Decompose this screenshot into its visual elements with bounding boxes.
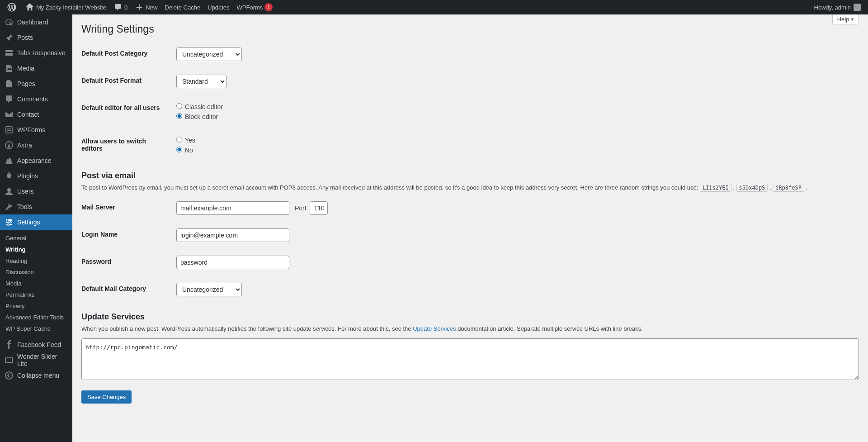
menu-tabs-responsive[interactable]: Tabs Responsive: [0, 45, 72, 61]
plus-icon: [135, 3, 144, 12]
port-input[interactable]: [310, 201, 328, 215]
menu-pages[interactable]: Pages: [0, 76, 72, 91]
label-allow-switch: Allow users to switch editors: [81, 128, 172, 162]
menu-facebook-feed[interactable]: Facebook Feed: [0, 337, 72, 352]
tools-icon: [5, 202, 14, 211]
menu-users-label: Users: [17, 188, 34, 195]
howdy-label: Howdy, admin: [814, 4, 851, 11]
menu-astra-label: Astra: [17, 142, 32, 149]
wpforms-link[interactable]: WPForms1: [233, 0, 277, 14]
comments-link[interactable]: 0: [110, 0, 131, 14]
label-default-post-format: Default Post Format: [81, 68, 172, 95]
menu-comments[interactable]: Comments: [0, 91, 72, 107]
svg-rect-2: [6, 127, 12, 133]
help-tab[interactable]: Help: [832, 14, 859, 24]
mail-server-input[interactable]: [176, 201, 289, 215]
radio-classic-editor-label[interactable]: Classic editor: [176, 102, 849, 112]
sub-wp-super-cache[interactable]: WP Super Cache: [0, 323, 72, 334]
label-default-editor: Default editor for all users: [81, 95, 172, 128]
radio-switch-no[interactable]: [176, 147, 182, 152]
comments-count: 0: [124, 4, 127, 11]
wp-logo[interactable]: [4, 0, 22, 14]
facebook-icon: [5, 340, 14, 349]
menu-appearance[interactable]: Appearance: [0, 153, 72, 168]
dashboard-icon: [5, 18, 14, 27]
menu-contact[interactable]: Contact: [0, 107, 72, 122]
radio-switch-yes-label[interactable]: Yes: [176, 135, 849, 145]
desc-update-services: When you publish a new post, WordPress a…: [81, 325, 859, 332]
radio-block-editor[interactable]: [176, 113, 182, 119]
svg-point-12: [7, 224, 9, 226]
home-icon: [25, 3, 34, 12]
menu-users[interactable]: Users: [0, 184, 72, 199]
ping-sites-textarea[interactable]: http://rpc.pingomatic.com/: [81, 338, 859, 380]
menu-collapse[interactable]: Collapse menu: [0, 368, 72, 383]
menu-posts-label: Posts: [17, 34, 33, 41]
menu-tools[interactable]: Tools: [0, 199, 72, 214]
menu-appearance-label: Appearance: [17, 157, 52, 164]
save-changes-button[interactable]: Save Changes: [81, 390, 132, 404]
updates-link[interactable]: Updates: [204, 0, 233, 14]
pin-icon: [5, 33, 14, 42]
svg-rect-0: [5, 50, 13, 52]
menu-dashboard[interactable]: Dashboard: [0, 14, 72, 30]
radio-switch-no-label[interactable]: No: [176, 145, 849, 155]
appearance-icon: [5, 156, 14, 165]
sub-discussion[interactable]: Discussion: [0, 266, 72, 278]
slider-icon: [5, 356, 14, 365]
delete-cache-link[interactable]: Delete Cache: [161, 0, 204, 14]
new-content-link[interactable]: New: [131, 0, 161, 14]
password-input[interactable]: [176, 256, 289, 269]
my-account-link[interactable]: Howdy, admin: [811, 0, 864, 14]
menu-tools-label: Tools: [17, 203, 32, 210]
astra-icon: [5, 141, 14, 150]
avatar-icon: [854, 4, 861, 11]
radio-classic-editor[interactable]: [176, 103, 182, 109]
menu-contact-label: Contact: [17, 111, 39, 118]
users-icon: [5, 187, 14, 196]
default-post-format-select[interactable]: Standard: [176, 75, 226, 88]
menu-collapse-label: Collapse menu: [17, 372, 59, 379]
menu-astra[interactable]: Astra: [0, 138, 72, 153]
sub-media[interactable]: Media: [0, 278, 72, 289]
collapse-icon: [5, 371, 14, 380]
menu-plugins-label: Plugins: [17, 172, 38, 180]
menu-posts[interactable]: Posts: [0, 30, 72, 45]
label-port: Port: [295, 204, 307, 212]
sub-permalinks[interactable]: Permalinks: [0, 289, 72, 300]
sub-privacy[interactable]: Privacy: [0, 300, 72, 312]
login-name-input[interactable]: [176, 228, 289, 242]
page-icon: [5, 79, 14, 88]
menu-media[interactable]: Media: [0, 61, 72, 76]
sub-general[interactable]: General: [0, 233, 72, 244]
label-default-post-category: Default Post Category: [81, 41, 172, 68]
menu-wpforms[interactable]: WPForms: [0, 122, 72, 138]
form-icon: [5, 125, 14, 134]
menu-pages-label: Pages: [17, 80, 35, 87]
mail-icon: [5, 110, 14, 119]
default-mail-category-select[interactable]: Uncategorized: [176, 283, 242, 296]
menu-settings[interactable]: Settings: [0, 214, 72, 230]
sub-writing[interactable]: Writing: [0, 244, 72, 255]
sub-reading[interactable]: Reading: [0, 255, 72, 266]
svg-point-14: [5, 372, 13, 379]
menu-settings-label: Settings: [17, 219, 40, 226]
wpforms-label: WPForms: [237, 4, 263, 11]
default-post-category-select[interactable]: Uncategorized: [176, 48, 242, 61]
menu-media-label: Media: [17, 65, 34, 72]
page-title: Writing Settings: [81, 19, 859, 37]
menu-wonder-slider[interactable]: Wonder Slider Lite: [0, 352, 72, 368]
site-name-link[interactable]: My Zacky Installer Website: [22, 0, 110, 14]
sub-adv-editor[interactable]: Advanced Editor Tools: [0, 312, 72, 323]
settings-submenu: General Writing Reading Discussion Media…: [0, 230, 72, 337]
menu-dashboard-label: Dashboard: [17, 19, 48, 26]
svg-point-10: [7, 219, 9, 221]
svg-rect-1: [5, 53, 13, 56]
radio-switch-yes[interactable]: [176, 137, 182, 143]
menu-plugins[interactable]: Plugins: [0, 168, 72, 184]
tabs-icon: [5, 48, 14, 57]
comments-icon: [5, 95, 14, 104]
update-services-link[interactable]: Update Services: [413, 325, 456, 332]
radio-block-editor-label[interactable]: Block editor: [176, 112, 849, 122]
label-login-name: Login Name: [81, 222, 172, 249]
